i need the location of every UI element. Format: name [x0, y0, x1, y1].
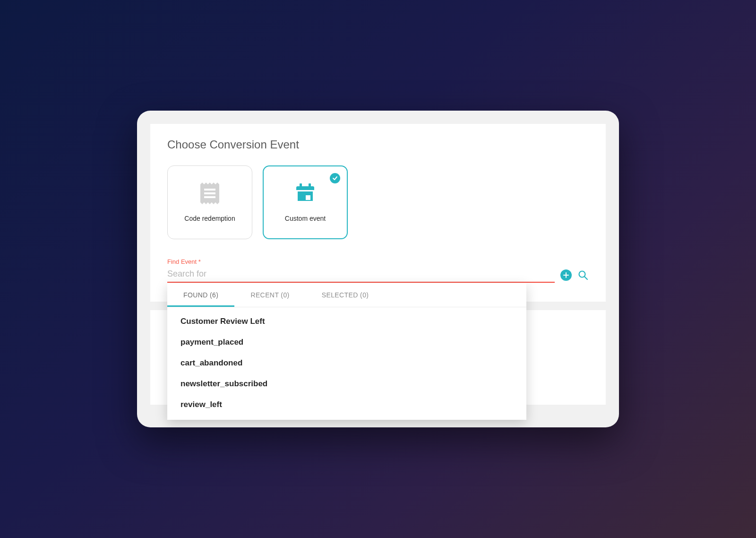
result-item[interactable]: cart_abandoned [167, 353, 526, 373]
field-label: Find Event * [167, 258, 589, 265]
search-icon [578, 270, 588, 280]
add-event-button[interactable] [560, 269, 572, 281]
result-item[interactable]: payment_placed [167, 332, 526, 353]
svg-rect-5 [298, 191, 313, 201]
card-custom-event[interactable]: Custom event [263, 165, 348, 239]
tab-found[interactable]: FOUND (6) [167, 283, 234, 307]
calendar-icon [294, 182, 316, 206]
results-list: Customer Review Left payment_placed cart… [167, 307, 526, 420]
conversion-event-panel: Choose Conversion Event Code redemption [150, 124, 606, 302]
svg-rect-8 [306, 195, 310, 200]
search-button[interactable] [577, 269, 589, 281]
svg-rect-1 [204, 192, 215, 194]
check-icon [330, 173, 340, 183]
svg-rect-7 [309, 183, 311, 188]
search-input[interactable] [167, 267, 555, 283]
event-dropdown: FOUND (6) RECENT (0) SELECTED (0) Custom… [167, 283, 526, 420]
tab-selected[interactable]: SELECTED (0) [306, 283, 385, 307]
tab-recent[interactable]: RECENT (0) [234, 283, 305, 307]
svg-rect-0 [204, 189, 215, 191]
result-item[interactable]: review_left [167, 394, 526, 415]
svg-rect-6 [300, 183, 302, 188]
result-item[interactable]: newsletter_subscribed [167, 373, 526, 394]
find-event-field: Find Event * [167, 258, 589, 283]
result-item[interactable]: Customer Review Left [167, 311, 526, 332]
svg-line-10 [584, 277, 587, 279]
card-code-redemption[interactable]: Code redemption [167, 165, 252, 239]
panel-title: Choose Conversion Event [167, 138, 589, 151]
svg-rect-2 [204, 196, 215, 198]
dropdown-tabs: FOUND (6) RECENT (0) SELECTED (0) [167, 283, 526, 307]
event-type-cards: Code redemption [167, 165, 589, 239]
search-row [167, 267, 589, 283]
receipt-icon [199, 182, 220, 206]
card-label: Custom event [285, 215, 326, 222]
app-window: Choose Conversion Event Code redemption [137, 111, 619, 427]
card-label: Code redemption [184, 215, 235, 222]
plus-icon [560, 269, 572, 281]
